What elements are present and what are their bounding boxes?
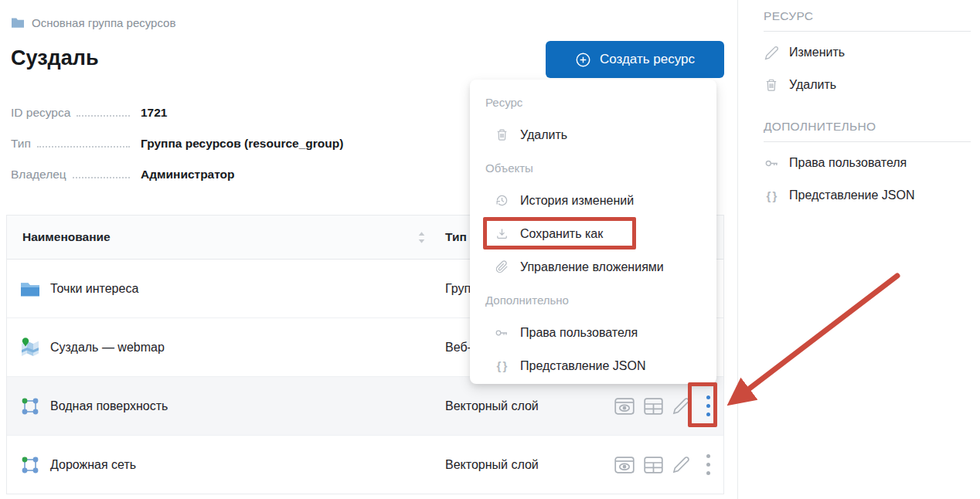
menu-section-header: Ресурс xyxy=(470,86,716,118)
key-icon xyxy=(764,157,779,170)
menu-item-label: Сохранить как xyxy=(520,227,603,241)
dotted-leader xyxy=(77,107,130,117)
folder-icon xyxy=(19,278,41,300)
sidebar-section-header: РЕСУРС xyxy=(764,9,971,32)
more-actions-button[interactable] xyxy=(699,448,716,482)
webmap-icon xyxy=(19,337,41,358)
field-owner: Владелец Администратор xyxy=(11,159,521,190)
menu-item-attachments[interactable]: Управление вложениями xyxy=(470,250,716,283)
sidebar-item-label: Изменить xyxy=(789,46,845,59)
edit-icon[interactable] xyxy=(672,456,690,474)
braces-icon: { } xyxy=(764,189,779,202)
create-resource-button[interactable]: Создать ресурс xyxy=(546,41,724,78)
folder-icon xyxy=(11,17,25,29)
vector-layer-icon xyxy=(19,395,41,417)
field-value: Администратор xyxy=(141,168,235,182)
resource-summary: ID ресурса 1721 Тип Группа ресурсов (res… xyxy=(11,97,521,190)
field-value: Группа ресурсов (resource_group) xyxy=(141,137,343,151)
table-row[interactable]: Дорожная сеть Векторный слой xyxy=(7,435,723,494)
menu-item-save-as[interactable]: Сохранить как xyxy=(470,217,716,250)
sidebar-item-label: Удалить xyxy=(789,78,836,92)
sidebar: РЕСУРС Изменить Удал xyxy=(764,9,971,212)
menu-item-label: История изменений xyxy=(520,194,634,208)
resource-link[interactable]: Точки интереса xyxy=(50,282,138,296)
menu-item-delete[interactable]: Удалить xyxy=(470,118,716,151)
sort-icon[interactable] xyxy=(417,231,426,247)
dotted-leader xyxy=(37,137,130,148)
breadcrumb-label: Основная группа ресурсов xyxy=(32,16,175,29)
page-title: Суздаль xyxy=(11,46,98,70)
menu-section-header: Дополнительно xyxy=(470,283,716,316)
key-icon xyxy=(495,327,509,339)
sidebar-item-delete[interactable]: Удалить xyxy=(764,69,971,101)
preview-icon[interactable] xyxy=(614,457,635,474)
menu-item-json[interactable]: { } Представление JSON xyxy=(470,349,716,382)
feature-table-icon[interactable] xyxy=(644,398,663,415)
column-header-type: Тип xyxy=(445,230,467,244)
column-header-name[interactable]: Наименование xyxy=(22,230,111,244)
sidebar-section-resource: РЕСУРС Изменить Удал xyxy=(764,9,971,101)
download-icon xyxy=(495,227,509,240)
history-icon xyxy=(495,194,509,207)
preview-icon[interactable] xyxy=(614,398,635,415)
table-row[interactable]: Водная поверхность Векторный слой xyxy=(7,376,723,435)
trash-icon xyxy=(764,78,779,92)
resource-page: Основная группа ресурсов Суздаль ID ресу… xyxy=(0,0,980,499)
menu-item-permissions[interactable]: Права пользователя xyxy=(470,316,716,349)
sidebar-item-edit[interactable]: Изменить xyxy=(764,36,971,69)
vector-layer-icon xyxy=(19,454,41,476)
row-actions xyxy=(614,436,716,494)
plus-circle-icon xyxy=(575,52,591,68)
field-resource-id: ID ресурса 1721 xyxy=(11,97,521,128)
content-divider xyxy=(737,0,738,499)
sidebar-section-header: ДОПОЛНИТЕЛЬНО xyxy=(764,120,971,142)
breadcrumb[interactable]: Основная группа ресурсов xyxy=(11,16,175,29)
menu-item-label: Права пользователя xyxy=(520,326,638,340)
menu-item-label: Представление JSON xyxy=(520,359,645,373)
sidebar-item-json[interactable]: { } Представление JSON xyxy=(764,179,971,212)
paperclip-icon xyxy=(495,260,509,273)
resource-link[interactable]: Суздаль — webmap xyxy=(50,341,165,355)
resource-link[interactable]: Водная поверхность xyxy=(50,399,168,413)
menu-section-header: Объекты xyxy=(470,151,716,184)
sidebar-item-permissions[interactable]: Права пользователя xyxy=(764,147,971,179)
sidebar-item-label: Представление JSON xyxy=(789,188,914,202)
field-label: Тип xyxy=(11,137,31,151)
create-resource-label: Создать ресурс xyxy=(600,52,695,67)
sidebar-section-extra: ДОПОЛНИТЕЛЬНО Права пользователя { } Пре… xyxy=(764,120,971,212)
menu-item-history[interactable]: История изменений xyxy=(470,184,716,217)
row-actions xyxy=(614,377,716,435)
menu-item-label: Управление вложениями xyxy=(520,260,664,274)
more-actions-button[interactable] xyxy=(699,389,716,423)
sidebar-item-label: Права пользователя xyxy=(789,156,907,170)
menu-item-label: Удалить xyxy=(520,128,567,142)
feature-table-icon[interactable] xyxy=(644,457,663,474)
resource-type: Векторный слой xyxy=(445,399,539,413)
braces-icon: { } xyxy=(495,359,509,372)
resource-link[interactable]: Дорожная сеть xyxy=(50,458,136,472)
field-label: Владелец xyxy=(11,168,66,182)
dotted-leader xyxy=(73,168,130,178)
field-value: 1721 xyxy=(141,106,167,120)
more-actions-dropdown: Ресурс Удалить Объекты История изменений xyxy=(470,80,716,384)
field-label: ID ресурса xyxy=(11,106,70,120)
edit-icon[interactable] xyxy=(672,397,690,415)
resource-type: Векторный слой xyxy=(445,458,539,472)
pencil-icon xyxy=(764,46,779,60)
field-type: Тип Группа ресурсов (resource_group) xyxy=(11,128,521,159)
trash-icon xyxy=(495,128,509,141)
